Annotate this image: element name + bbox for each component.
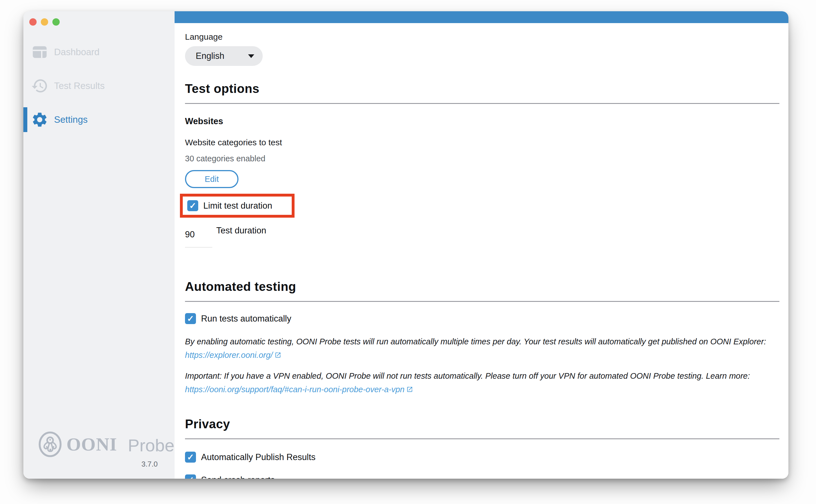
limit-test-duration-label: Limit test duration	[203, 201, 272, 211]
logo-brand-text: OONI	[66, 434, 117, 455]
vpn-faq-link-text: https://ooni.org/support/faq/#can-i-run-…	[185, 384, 405, 395]
section-heading-privacy: Privacy	[185, 417, 779, 431]
send-crash-reports-row[interactable]: ✓ Send crash reports	[185, 474, 779, 479]
sidebar: Dashboard Test Results Settings	[23, 11, 175, 479]
sidebar-item-test-results[interactable]: Test Results	[23, 69, 175, 103]
settings-page: Language English Test options Websites W…	[175, 11, 788, 479]
zoom-window-button[interactable]	[52, 18, 60, 26]
explorer-link-text: https://explorer.ooni.org/	[185, 349, 273, 361]
categories-enabled-status: 30 categories enabled	[185, 154, 779, 163]
check-icon: ✓	[187, 476, 194, 479]
section-divider	[185, 438, 779, 439]
logo-product-text: Probe	[128, 435, 174, 455]
limit-test-duration-row[interactable]: ✓ Limit test duration	[187, 200, 292, 211]
edit-categories-button[interactable]: Edit	[185, 170, 238, 188]
auto-publish-results-label: Automatically Publish Results	[201, 452, 316, 462]
auto-publish-results-row[interactable]: ✓ Automatically Publish Results	[185, 452, 779, 463]
explorer-note-text: By enabling automatic testing, OONI Prob…	[185, 337, 766, 346]
language-selected-value: English	[196, 51, 248, 61]
active-indicator	[23, 107, 27, 132]
sidebar-item-label: Dashboard	[54, 47, 99, 57]
settings-content: Language English Test options Websites W…	[175, 23, 788, 479]
explorer-link[interactable]: https://explorer.ooni.org/	[185, 349, 281, 361]
run-tests-automatically-row[interactable]: ✓ Run tests automatically	[185, 313, 779, 324]
section-heading-automated-testing: Automated testing	[185, 280, 779, 294]
send-crash-reports-label: Send crash reports	[201, 475, 275, 479]
external-link-icon	[275, 352, 281, 358]
ooni-octopus-logo	[38, 431, 62, 458]
test-duration-input[interactable]: 90	[185, 226, 212, 248]
close-window-button[interactable]	[29, 18, 37, 26]
annotation-highlight-box: ✓ Limit test duration	[180, 194, 295, 218]
send-crash-reports-checkbox[interactable]: ✓	[185, 474, 196, 479]
app-window: Dashboard Test Results Settings	[23, 11, 788, 479]
vpn-note: Important: If you have a VPN enabled, OO…	[185, 370, 779, 395]
vpn-note-text: Important: If you have a VPN enabled, OO…	[185, 371, 750, 380]
run-tests-automatically-label: Run tests automatically	[201, 314, 291, 324]
gear-icon	[31, 111, 48, 128]
test-duration-label: Test duration	[216, 226, 266, 236]
test-duration-field-block: 90 Test duration	[185, 226, 779, 254]
sidebar-item-settings[interactable]: Settings	[23, 103, 175, 137]
language-label: Language	[185, 32, 779, 42]
dashboard-icon	[31, 43, 48, 61]
auto-publish-results-checkbox[interactable]: ✓	[185, 452, 196, 463]
section-divider	[185, 103, 779, 104]
sidebar-item-label: Test Results	[54, 81, 105, 91]
website-categories-label: Website categories to test	[185, 138, 779, 147]
header-bar	[175, 11, 788, 23]
sidebar-version: 3.7.0	[38, 460, 159, 469]
sidebar-item-label: Settings	[54, 114, 88, 125]
language-select[interactable]: English	[185, 46, 263, 66]
caret-down-icon	[248, 54, 254, 58]
check-icon: ✓	[187, 315, 194, 323]
external-link-icon	[406, 386, 413, 393]
window-controls	[29, 18, 60, 26]
minimize-window-button[interactable]	[41, 18, 48, 26]
automatic-testing-note: By enabling automatic testing, OONI Prob…	[185, 336, 779, 361]
run-tests-automatically-checkbox[interactable]: ✓	[185, 313, 196, 324]
check-icon: ✓	[189, 202, 196, 210]
ooni-probe-logo: OONI Probe 3.7.0	[38, 431, 159, 469]
section-heading-test-options: Test options	[185, 82, 779, 96]
websites-subheading: Websites	[185, 116, 779, 126]
sidebar-nav: Dashboard Test Results Settings	[23, 35, 175, 137]
section-divider	[185, 301, 779, 302]
sidebar-item-dashboard[interactable]: Dashboard	[23, 35, 175, 69]
history-icon	[31, 77, 48, 95]
limit-test-duration-checkbox[interactable]: ✓	[187, 200, 198, 211]
check-icon: ✓	[187, 453, 194, 461]
vpn-faq-link[interactable]: https://ooni.org/support/faq/#can-i-run-…	[185, 384, 413, 395]
